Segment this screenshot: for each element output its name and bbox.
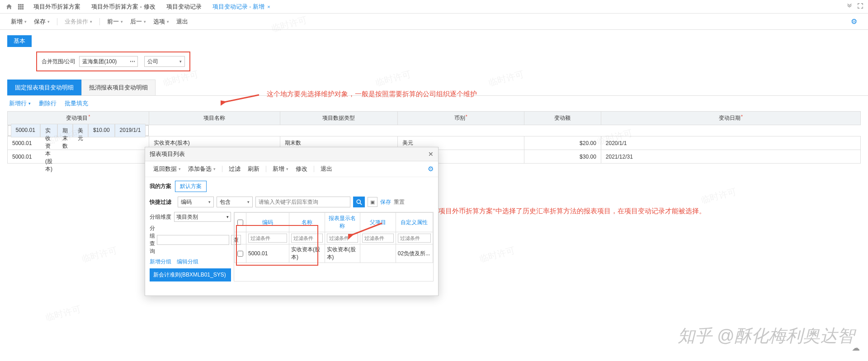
svg-rect-6: [18, 8, 20, 9]
col-type[interactable]: 项目数据类型: [280, 112, 397, 125]
cell-type: 期末数: [57, 124, 73, 137]
watermark: 临时许可: [700, 185, 738, 206]
chevron-down-icon: ▾: [179, 167, 181, 171]
cell-item: 5000.01: [8, 150, 149, 164]
annotation-text-1: 这个地方要先选择维护对象，一般是按照需要折算的公司组织逐个维护: [267, 90, 477, 98]
next-button[interactable]: 后一▾: [127, 17, 150, 27]
chevron-down-icon: ▾: [286, 167, 288, 171]
annotation-arrow-2: [348, 221, 384, 239]
chevron-down-icon: ▾: [179, 59, 182, 64]
group-query-label: 分组查询: [150, 225, 155, 255]
dlg-new-button[interactable]: 新增▾: [269, 164, 292, 174]
save-filter-link[interactable]: 保存: [380, 198, 391, 206]
svg-rect-7: [20, 8, 22, 9]
col-date[interactable]: 变动日期*: [601, 112, 860, 125]
scope-select[interactable]: 公司 ▾: [144, 56, 185, 67]
group-query-input[interactable]: [157, 235, 229, 245]
add-alt-button[interactable]: 添加备选▾: [184, 164, 219, 174]
col-currency[interactable]: 币别*: [397, 112, 524, 125]
svg-line-12: [360, 203, 362, 205]
tab-changelog[interactable]: 项目变动记录: [161, 1, 207, 13]
cell-amount: $10.00: [88, 124, 115, 137]
filter-field-select[interactable]: 编码▾: [178, 197, 214, 207]
subtab-offset[interactable]: 抵消报表项目变动明细: [81, 80, 156, 95]
group-dim-select[interactable]: 项目类别▾: [174, 212, 231, 222]
reset-filter-link[interactable]: 重置: [394, 198, 405, 206]
dlg-modify-button[interactable]: 修改: [292, 164, 311, 174]
edit-group-link[interactable]: 编辑分组: [177, 258, 198, 266]
search-button[interactable]: [353, 197, 365, 207]
return-data-button[interactable]: 返回数据▾: [150, 164, 184, 174]
save-button[interactable]: 保存▾: [30, 17, 53, 27]
biz-op-button[interactable]: 业务操作▾: [61, 17, 96, 27]
svg-rect-4: [20, 6, 22, 8]
tab-plan[interactable]: 项目外币折算方案: [28, 1, 86, 13]
home-icon[interactable]: [5, 2, 14, 11]
chevron-down-icon: ▾: [121, 19, 123, 24]
col-amount[interactable]: 变动额: [524, 112, 601, 125]
col-name[interactable]: 项目名称: [149, 112, 280, 125]
table-row[interactable]: 5000.01 实收资本(股本) 期末数 美元 $10.00 2019/1/1: [8, 125, 149, 136]
cell-name: 实收资本(股本): [40, 124, 57, 137]
close-icon[interactable]: ×: [267, 4, 270, 9]
filter-button[interactable]: 过滤: [225, 164, 244, 174]
chevron-down-icon: ▾: [213, 167, 216, 171]
svg-point-11: [357, 200, 360, 203]
tab-plan-edit[interactable]: 项目外币折算方案 - 修改: [86, 1, 161, 13]
annotation-text-2: 只有在"项目外币折算方案"中选择了历史汇率折算方法的报表项目，在项目变动记录才能…: [416, 206, 706, 216]
expand-icon[interactable]: ▣: [368, 197, 377, 207]
cell-parent: [360, 244, 396, 263]
cell-code: 5000.01: [246, 244, 289, 263]
tree-item-rule[interactable]: 新会计准则(BBXMLB01_SYS): [150, 268, 231, 281]
del-row-button[interactable]: 删除行: [39, 99, 57, 108]
col-cust[interactable]: 自定义属性: [396, 213, 433, 232]
cell-currency: 美元: [73, 124, 88, 137]
chevron-down-icon: ▾: [28, 101, 31, 106]
add-group-link[interactable]: 新增分组: [150, 258, 171, 266]
tab-label: 项目变动记录 - 新增: [212, 3, 265, 10]
browse-icon[interactable]: ⋯: [130, 58, 135, 65]
default-plan-button[interactable]: 默认方案: [175, 181, 207, 192]
select-all-checkbox[interactable]: [237, 220, 243, 225]
col-checkbox[interactable]: [235, 213, 246, 232]
filter-op-select[interactable]: 包含▾: [217, 197, 253, 207]
collapse-icon[interactable]: [846, 3, 853, 10]
close-icon[interactable]: ✕: [428, 150, 434, 158]
tab-changelog-new[interactable]: 项目变动记录 - 新增×: [207, 1, 276, 13]
filter-code[interactable]: [248, 234, 287, 243]
apps-icon[interactable]: [16, 2, 25, 11]
svg-line-10: [224, 95, 259, 102]
cell-name: 实收资本(股本): [289, 244, 325, 263]
gear-icon[interactable]: ⚙: [428, 165, 434, 173]
scope-value: 公司: [147, 58, 179, 66]
col-item[interactable]: 变动项目*: [8, 112, 149, 125]
add-row-button[interactable]: 新增行▾: [9, 99, 31, 108]
chevron-down-icon: ▾: [47, 19, 50, 24]
prev-button[interactable]: 前一▾: [104, 17, 127, 27]
fullscreen-icon[interactable]: [857, 3, 863, 10]
table-row[interactable]: 5000.01 实收资本(股本) 实收资本(股本) 02负债及所...: [235, 244, 433, 263]
col-iname[interactable]: 名称: [289, 213, 325, 232]
batch-fill-button[interactable]: 批量填充: [65, 99, 88, 108]
company-picker[interactable]: 蓝海集团(100) ⋯: [79, 56, 138, 67]
filter-cust[interactable]: [398, 234, 431, 243]
options-button[interactable]: 选项▾: [150, 17, 173, 27]
annotation-arrow: [221, 93, 261, 107]
filter-name[interactable]: [291, 234, 323, 243]
col-code[interactable]: 编码: [246, 213, 289, 232]
chevron-down-icon: ▾: [247, 200, 250, 204]
cell-date: 2021/12/31: [601, 150, 860, 164]
exit-button[interactable]: 退出: [173, 17, 192, 27]
new-button[interactable]: 新增▾: [7, 17, 30, 27]
svg-line-14: [352, 223, 382, 235]
search-input[interactable]: [255, 197, 350, 207]
row-checkbox[interactable]: [237, 251, 243, 257]
chevron-down-icon: ▾: [24, 19, 27, 24]
zhihu-watermark: 知乎 @酥化梅利奥达智: [678, 324, 854, 347]
scope-company-label: 合并范围/公司: [42, 58, 75, 66]
dlg-exit-button[interactable]: 退出: [317, 164, 336, 174]
gear-icon[interactable]: ⚙: [851, 17, 857, 26]
quick-filter-label: 快捷过滤: [150, 198, 175, 206]
refresh-button[interactable]: 刷新: [244, 164, 263, 174]
subtab-fixed[interactable]: 固定报表项目变动明细: [7, 80, 81, 95]
